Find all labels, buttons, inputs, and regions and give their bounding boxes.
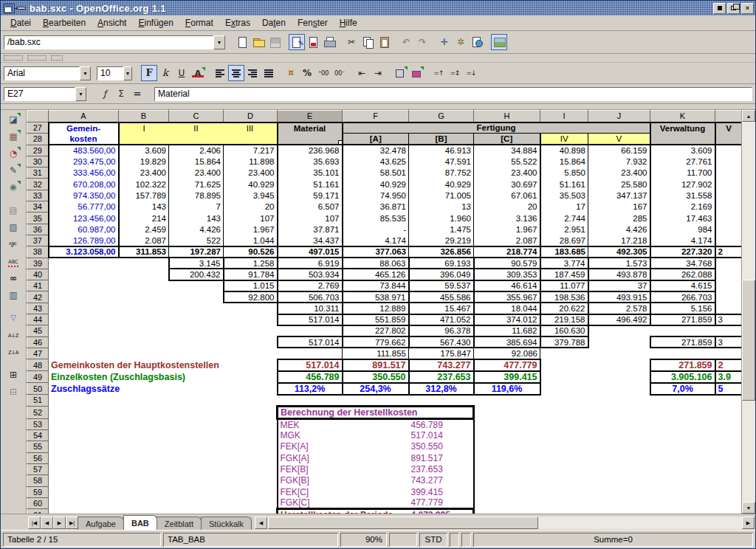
cell-A44[interactable]: [49, 314, 119, 325]
cell-B50[interactable]: [119, 383, 169, 395]
cell-H56[interactable]: [474, 452, 540, 463]
borders-icon[interactable]: [392, 65, 408, 81]
cell-K53[interactable]: [650, 418, 715, 430]
cell-H58[interactable]: [474, 475, 540, 486]
insert-cells-icon[interactable]: [5, 128, 21, 145]
cell-A47[interactable]: [49, 348, 119, 359]
cell-F55[interactable]: [343, 441, 409, 452]
cell-A36[interactable]: 60.987,00: [49, 224, 119, 235]
cell-E33[interactable]: 59.171: [278, 190, 343, 201]
cell-K46[interactable]: 271.859: [650, 336, 715, 348]
cell-G59[interactable]: 399.415: [409, 486, 474, 497]
print-icon[interactable]: [321, 34, 337, 50]
cell-I39[interactable]: 3.774: [540, 258, 588, 269]
cell-D45[interactable]: [224, 325, 278, 336]
cell-J60[interactable]: [588, 497, 650, 509]
row-header-49[interactable]: 49: [27, 371, 49, 383]
cell-J59[interactable]: [588, 486, 650, 497]
cell-F54[interactable]: [343, 430, 409, 441]
cell-L52[interactable]: [715, 406, 742, 418]
row-header-51[interactable]: 51: [27, 395, 49, 406]
cell-G28[interactable]: [B]: [409, 134, 474, 145]
cell-L57[interactable]: [715, 463, 742, 474]
cell-I60[interactable]: [540, 497, 588, 509]
row-header-35[interactable]: 35: [27, 213, 49, 224]
cell-I31[interactable]: 5.850: [540, 168, 588, 179]
open-icon[interactable]: [250, 34, 267, 50]
cell-F27[interactable]: Fertigung: [343, 122, 650, 134]
cell-H55[interactable]: [474, 441, 540, 452]
cell-K41[interactable]: 4.615: [650, 280, 715, 291]
cell-B58[interactable]: [119, 475, 169, 486]
cell-I46[interactable]: 379.788: [540, 336, 588, 348]
cell-B30[interactable]: 19.829: [119, 156, 169, 167]
cell-G58[interactable]: 743.277: [409, 475, 474, 486]
cell-E27[interactable]: Material: [278, 122, 343, 145]
cell-B29[interactable]: 3.609: [119, 145, 169, 156]
center-vertical-icon[interactable]: [447, 65, 463, 81]
cell-B60[interactable]: [119, 497, 169, 509]
cell-G32[interactable]: 40.929: [409, 179, 474, 190]
cell-C39[interactable]: 3.145: [169, 258, 224, 269]
cell-H59[interactable]: [474, 486, 540, 497]
cell-F44[interactable]: 551.859: [343, 314, 409, 325]
cell-J30[interactable]: 7.932: [588, 156, 650, 167]
row-header-56[interactable]: 56: [27, 452, 49, 463]
cell-A43[interactable]: [49, 303, 119, 314]
cell-C36[interactable]: 4.426: [169, 224, 224, 235]
column-header-I[interactable]: I: [540, 111, 588, 122]
previous-sheet-button[interactable]: ◀: [41, 517, 53, 529]
cell-E43[interactable]: 10.311: [278, 303, 343, 314]
cell-C35[interactable]: 143: [169, 213, 224, 224]
toolbar-grip[interactable]: [4, 55, 23, 61]
cell-I33[interactable]: 35.503: [540, 190, 588, 201]
first-sheet-button[interactable]: |◀: [28, 517, 41, 529]
cell-B28[interactable]: [119, 134, 169, 145]
cell-B41[interactable]: [119, 280, 169, 291]
cell-J37[interactable]: 17.218: [588, 235, 650, 246]
cell-A34[interactable]: 56.777,00: [49, 201, 119, 213]
cell-A58[interactable]: [49, 475, 119, 486]
insert-icon[interactable]: [5, 111, 21, 128]
font-name-input[interactable]: [4, 66, 80, 80]
restore-button[interactable]: [727, 3, 740, 14]
cell-I56[interactable]: [540, 452, 588, 463]
menu-extras[interactable]: Extras: [220, 16, 255, 30]
cell-I45[interactable]: 160.630: [540, 325, 588, 336]
cell-H35[interactable]: 3.136: [474, 213, 540, 224]
cell-G53[interactable]: 456.789: [409, 418, 474, 430]
cell-G36[interactable]: 1.475: [409, 224, 474, 235]
cell-G42[interactable]: 455.586: [409, 291, 474, 303]
cell-G40[interactable]: 396.049: [409, 269, 474, 280]
cell-K56[interactable]: [650, 452, 715, 463]
scroll-right-icon[interactable]: ▶: [742, 517, 755, 529]
cell-E50[interactable]: 113,2%: [278, 383, 343, 395]
sort-descending-icon[interactable]: [5, 344, 21, 360]
cell-I38[interactable]: 183.685: [540, 246, 588, 258]
cell-K52[interactable]: [650, 406, 715, 418]
row-header-37[interactable]: 37: [27, 235, 49, 246]
cell-F46[interactable]: 779.662: [343, 336, 409, 348]
cell-B34[interactable]: 143: [119, 201, 169, 213]
cell-A33[interactable]: 974.350,00: [49, 190, 119, 201]
stylist-icon[interactable]: [453, 34, 469, 50]
cell-E54[interactable]: MGK: [278, 430, 343, 441]
cell-K49[interactable]: 3.905.106: [650, 371, 715, 383]
cell-C38[interactable]: 197.287: [169, 246, 224, 258]
cell-C43[interactable]: [169, 303, 224, 314]
cell-I44[interactable]: 219.158: [540, 314, 588, 325]
name-box[interactable]: ▼: [4, 87, 86, 101]
column-header-L[interactable]: L: [715, 111, 742, 122]
cell-J33[interactable]: 347.137: [588, 190, 650, 201]
cell-J44[interactable]: 496.492: [588, 314, 650, 325]
cell-H38[interactable]: 218.774: [474, 246, 540, 258]
align-bottom-icon[interactable]: [463, 65, 479, 81]
cell-A38[interactable]: 3.123.058,00: [49, 246, 119, 258]
cell-D41[interactable]: 1.015: [224, 280, 278, 291]
cell-A49[interactable]: Einzelkosten (Zuschlagsbasis): [49, 371, 119, 383]
cell-D60[interactable]: [224, 497, 278, 509]
cell-K59[interactable]: [650, 486, 715, 497]
cell-H33[interactable]: 67.061: [474, 190, 540, 201]
cell-K44[interactable]: 271.859: [650, 314, 715, 325]
row-header-43[interactable]: 43: [27, 303, 49, 314]
